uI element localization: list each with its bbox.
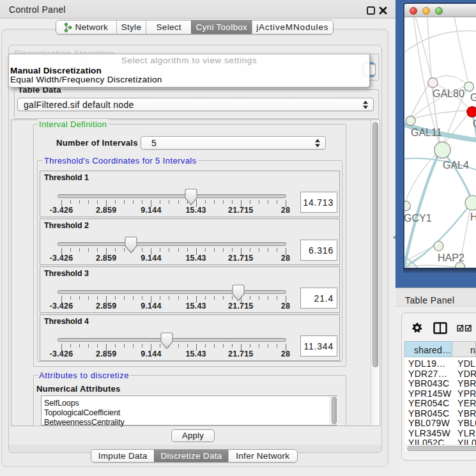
svg-text:GCY1: GCY1 [404,213,432,224]
svg-text:C: C [473,118,476,129]
svg-text:GAL11: GAL11 [411,127,442,138]
svg-text:GAL80: GAL80 [433,88,464,99]
svg-text:GAL4: GAL4 [443,160,469,171]
svg-text:GA: GA [470,92,476,103]
svg-text:H: H [470,211,476,222]
svg-text:HAP2: HAP2 [438,252,464,263]
